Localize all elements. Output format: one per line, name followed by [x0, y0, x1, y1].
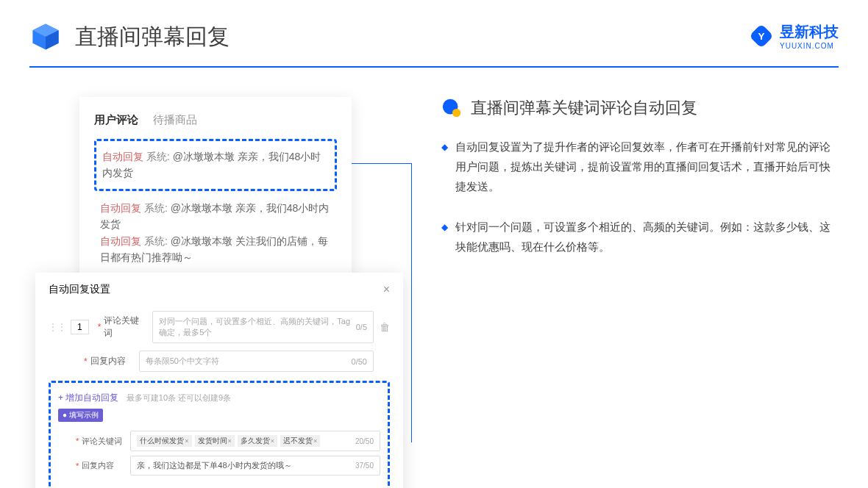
bullet-text: 针对同一个问题，可设置多个相近的、高频的关键词。例如：这款多少钱、这块能优惠吗、… — [455, 217, 839, 256]
tab-comments[interactable]: 用户评论 — [94, 113, 138, 127]
bullet-text: 自动回复设置为了提升作者的评论回复效率，作者可在开播前针对常见的评论用户问题，提… — [455, 137, 839, 196]
content-label: 回复内容 — [90, 355, 132, 367]
tag-item: 发货时间× — [195, 435, 235, 447]
reply-system: 系统: — [143, 151, 173, 162]
brand-logo: Y 昱新科技 YUUXIN.COM — [749, 22, 839, 50]
keyword-input[interactable]: 对同一个问题，可设置多个相近、高频的关键词，Tag确定，最多5个 0/5 — [152, 311, 374, 343]
svg-text:Y: Y — [758, 31, 764, 42]
example-badge: ● 填写示例 — [58, 409, 103, 422]
svg-point-6 — [452, 109, 460, 117]
char-count: 0/5 — [356, 323, 367, 331]
close-icon[interactable]: × — [383, 283, 390, 296]
reply-tag: 自动回复 — [100, 235, 141, 247]
example-section: + 增加自动回复 最多可建10条 还可以创建9条 ● 填写示例 * 评论关键词 … — [49, 381, 390, 488]
section-title: 直播间弹幕关键词评论自动回复 — [471, 97, 697, 119]
char-count: 37/50 — [355, 462, 374, 470]
reply-tag: 自动回复 — [100, 202, 141, 214]
char-count: 0/50 — [352, 357, 367, 366]
header-divider — [29, 66, 839, 68]
page-title: 直播间弹幕回复 — [75, 22, 230, 52]
keyword-label: 评论关键词 — [104, 315, 145, 340]
bullet-point: ◆ 自动回复设置为了提升作者的评论回复效率，作者可在开播前针对常见的评论用户问题… — [441, 137, 839, 196]
section-header: 直播间弹幕关键词评论自动回复 — [441, 97, 839, 119]
example-content-input[interactable]: 亲，我们这边都是下单48小时内发货的哦～ 37/50 — [130, 456, 380, 476]
add-reply-link[interactable]: + 增加自动回复 — [58, 392, 118, 403]
brand-name: 昱新科技 — [780, 22, 839, 42]
required-dot: * — [76, 462, 79, 470]
tag-item: 迟不发货× — [280, 435, 320, 447]
brand-icon: Y — [749, 24, 774, 49]
content-input[interactable]: 每条限50个中文字符 0/50 — [139, 351, 374, 372]
required-dot: * — [84, 356, 88, 367]
char-count: 20/50 — [355, 437, 374, 445]
limit-hint: 最多可建10条 还可以创建9条 — [127, 393, 231, 402]
placeholder: 对同一个问题，可设置多个相近、高频的关键词，Tag确定，最多5个 — [159, 316, 355, 338]
example-keyword-input[interactable]: 什么时候发货× 发货时间× 多久发货× 迟不发货× 20/50 — [130, 431, 380, 451]
tab-products[interactable]: 待播商品 — [153, 113, 197, 127]
tag-item: 多久发货× — [238, 435, 277, 447]
trash-icon[interactable]: 🗑 — [380, 321, 390, 333]
content-label: 回复内容 — [82, 460, 123, 471]
settings-title: 自动回复设置 — [49, 283, 110, 296]
diamond-icon: ◆ — [441, 140, 448, 196]
brand-sub: YUUXIN.COM — [780, 42, 839, 50]
settings-panel: 自动回复设置 × ⋮⋮ 1 * 评论关键词 对同一个问题，可设置多个相近、高频的… — [35, 273, 403, 488]
bubble-icon — [441, 98, 462, 118]
reply-system: 系统: — [141, 235, 171, 247]
highlighted-reply: 自动回复 系统: @冰墩墩本墩 亲亲，我们48小时内发货 — [94, 139, 337, 191]
required-dot: * — [98, 322, 102, 332]
page-header: 直播间弹幕回复 — [0, 0, 868, 66]
bullet-point: ◆ 针对同一个问题，可设置多个相近的、高频的关键词。例如：这款多少钱、这块能优惠… — [441, 217, 839, 256]
diamond-icon: ◆ — [441, 220, 448, 256]
tag-item: 什么时候发货× — [137, 435, 191, 447]
comments-panel: 用户评论 待播商品 自动回复 系统: @冰墩墩本墩 亲亲，我们48小时内发货 自… — [79, 97, 352, 281]
reply-system: 系统: — [141, 202, 171, 214]
placeholder: 每条限50个中文字符 — [146, 356, 219, 367]
reply-tag: 自动回复 — [102, 151, 143, 162]
index-box: 1 — [71, 320, 89, 334]
keyword-label: 评论关键词 — [82, 436, 123, 447]
example-text: 亲，我们这边都是下单48小时内发货的哦～ — [137, 460, 291, 471]
drag-handle-icon[interactable]: ⋮⋮ — [49, 322, 66, 332]
cube-icon — [29, 21, 62, 53]
required-dot: * — [76, 437, 79, 445]
